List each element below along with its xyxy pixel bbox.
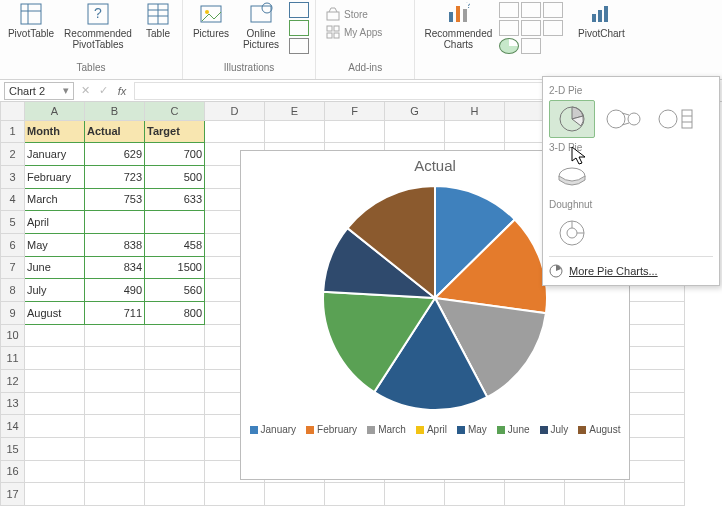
cell-target[interactable]: 800 — [145, 301, 205, 324]
row-header[interactable]: 6 — [1, 233, 25, 256]
pivot-chart-button[interactable]: PivotChart — [573, 0, 629, 39]
row-header[interactable]: 17 — [1, 483, 25, 506]
cancel-icon[interactable]: ✕ — [78, 84, 92, 97]
pie-2d-option[interactable] — [549, 100, 595, 138]
cell-actual[interactable] — [85, 211, 145, 234]
col-header-f[interactable]: F — [325, 102, 385, 120]
table-row[interactable]: 17 — [1, 483, 685, 506]
row-header[interactable]: 5 — [1, 211, 25, 234]
recommended-charts-button[interactable]: ? Recommended Charts — [421, 0, 495, 50]
cell-actual[interactable]: 753 — [85, 188, 145, 211]
online-pictures-button[interactable]: Online Pictures — [237, 0, 285, 50]
row-header[interactable]: 8 — [1, 279, 25, 302]
row-header[interactable]: 3 — [1, 165, 25, 188]
header-cell-month[interactable]: Month — [25, 120, 85, 143]
svg-rect-19 — [456, 6, 460, 22]
legend-item: April — [416, 424, 447, 435]
insert-column-chart-button[interactable] — [499, 2, 519, 18]
insert-stock-chart-button[interactable] — [543, 20, 563, 36]
recommended-charts-icon: ? — [446, 2, 470, 26]
bar-of-pie-option[interactable] — [653, 100, 699, 138]
col-header-g[interactable]: G — [385, 102, 445, 120]
table-button[interactable]: Table — [140, 0, 176, 39]
more-pie-charts-button[interactable]: More Pie Charts... — [549, 261, 713, 281]
row-header[interactable]: 11 — [1, 347, 25, 370]
store-label: Store — [344, 9, 368, 20]
cell-month[interactable]: January — [25, 143, 85, 166]
pivot-table-button[interactable]: PivotTable — [6, 0, 56, 39]
svg-point-36 — [567, 228, 577, 238]
recommended-pivot-button[interactable]: ? Recommended PivotTables — [60, 0, 136, 50]
fx-icon[interactable]: fx — [114, 85, 130, 97]
svg-rect-31 — [682, 110, 692, 128]
col-header-h[interactable]: H — [445, 102, 505, 120]
col-header-b[interactable]: B — [85, 102, 145, 120]
store-button[interactable]: Store — [322, 6, 386, 22]
doughnut-option[interactable] — [549, 214, 595, 252]
cell-actual[interactable]: 490 — [85, 279, 145, 302]
pictures-button[interactable]: Pictures — [189, 0, 233, 39]
header-cell-target[interactable]: Target — [145, 120, 205, 143]
cell-actual[interactable]: 723 — [85, 165, 145, 188]
cell-month[interactable]: July — [25, 279, 85, 302]
screenshot-button[interactable] — [289, 38, 309, 54]
cell-month[interactable]: August — [25, 301, 85, 324]
my-apps-button[interactable]: My Apps — [322, 24, 386, 40]
row-header[interactable]: 14 — [1, 415, 25, 438]
cell-target[interactable]: 500 — [145, 165, 205, 188]
enter-icon[interactable]: ✓ — [96, 84, 110, 97]
smartart-button[interactable] — [289, 20, 309, 36]
cell-month[interactable]: May — [25, 233, 85, 256]
shapes-button[interactable] — [289, 2, 309, 18]
cell-month[interactable]: April — [25, 211, 85, 234]
col-header-d[interactable]: D — [205, 102, 265, 120]
row-header[interactable]: 12 — [1, 369, 25, 392]
insert-bar-chart-button[interactable] — [499, 20, 519, 36]
cell-actual[interactable]: 834 — [85, 256, 145, 279]
insert-scatter-chart-button[interactable] — [521, 20, 541, 36]
more-pie-label: More Pie Charts... — [569, 265, 658, 277]
row-header[interactable]: 4 — [1, 188, 25, 211]
cell-actual[interactable]: 629 — [85, 143, 145, 166]
pie-3d-option[interactable] — [549, 157, 595, 195]
pivot-chart-label: PivotChart — [578, 28, 625, 39]
col-header-c[interactable]: C — [145, 102, 205, 120]
ribbon: PivotTable ? Recommended PivotTables Tab… — [0, 0, 722, 80]
cell-actual[interactable]: 711 — [85, 301, 145, 324]
insert-area-chart-button[interactable] — [543, 2, 563, 18]
cell-month[interactable]: June — [25, 256, 85, 279]
illus-group-label: Illustrations — [224, 62, 275, 73]
group-tables: PivotTable ? Recommended PivotTables Tab… — [0, 0, 183, 79]
row-header[interactable]: 10 — [1, 324, 25, 347]
cell-target[interactable]: 700 — [145, 143, 205, 166]
col-header-a[interactable]: A — [25, 102, 85, 120]
row-header[interactable]: 2 — [1, 143, 25, 166]
cell-month[interactable]: February — [25, 165, 85, 188]
row-header[interactable]: 13 — [1, 392, 25, 415]
recommended-pivot-icon: ? — [86, 2, 110, 26]
row-header[interactable]: 7 — [1, 256, 25, 279]
cell-target[interactable] — [145, 211, 205, 234]
pivot-table-label: PivotTable — [8, 28, 54, 39]
col-header-e[interactable]: E — [265, 102, 325, 120]
cell-actual[interactable]: 838 — [85, 233, 145, 256]
group-addins: Store My Apps Add-ins — [316, 0, 415, 79]
row-header[interactable]: 15 — [1, 437, 25, 460]
row-header[interactable]: 16 — [1, 460, 25, 483]
insert-pie-chart-button[interactable] — [499, 38, 519, 54]
cell-target[interactable]: 1500 — [145, 256, 205, 279]
cell-target[interactable]: 633 — [145, 188, 205, 211]
header-cell-actual[interactable]: Actual — [85, 120, 145, 143]
row-header[interactable]: 9 — [1, 301, 25, 324]
online-pictures-label: Online Pictures — [237, 28, 285, 50]
cell-target[interactable]: 458 — [145, 233, 205, 256]
insert-combo-chart-button[interactable] — [521, 38, 541, 54]
row-header[interactable]: 1 — [1, 120, 25, 143]
insert-line-chart-button[interactable] — [521, 2, 541, 18]
cell-target[interactable]: 560 — [145, 279, 205, 302]
name-box[interactable]: Chart 2 ▾ — [4, 82, 74, 100]
pie-of-pie-option[interactable] — [601, 100, 647, 138]
select-all-button[interactable] — [1, 102, 25, 120]
cell-month[interactable]: March — [25, 188, 85, 211]
svg-rect-0 — [21, 4, 41, 24]
